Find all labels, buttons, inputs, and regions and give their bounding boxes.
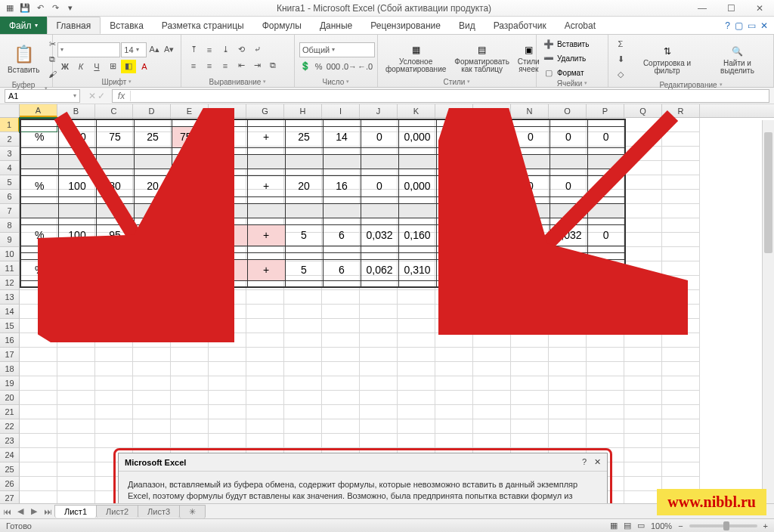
dialog-help-icon[interactable]: ?	[582, 457, 587, 467]
comma-icon[interactable]: 000	[326, 60, 341, 73]
font-family-combo[interactable]	[57, 42, 120, 57]
format-table-button[interactable]: ▤Форматировать как таблицу	[451, 40, 512, 76]
window-title: Книга1 - Microsoft Excel (Сбой активации…	[80, 3, 688, 14]
align-center-icon[interactable]: ≡	[202, 59, 217, 73]
tab-acrobat[interactable]: Acrobat	[556, 17, 605, 34]
align-bottom-icon[interactable]: ⤓	[218, 43, 233, 57]
wrap-text-icon[interactable]: ⤶	[249, 43, 265, 57]
vertical-scrollbar[interactable]	[762, 120, 774, 503]
tab-review[interactable]: Рецензирование	[361, 17, 450, 34]
bold-icon[interactable]: Ж	[57, 60, 73, 73]
dec-decimal-icon[interactable]: ←.0	[358, 60, 373, 73]
align-top-icon[interactable]: ⤒	[186, 43, 201, 57]
zoom-out-icon[interactable]: −	[678, 521, 683, 530]
tab-file[interactable]: Файл	[0, 17, 47, 34]
cond-format-icon: ▦	[405, 42, 426, 58]
grow-font-icon[interactable]: A▴	[147, 43, 162, 57]
restore-icon[interactable]: ▭	[748, 20, 756, 31]
close-button[interactable]: ✕	[745, 0, 774, 17]
number-format-combo[interactable]: Общий	[299, 42, 375, 57]
tab-page-layout[interactable]: Разметка страницы	[153, 17, 253, 34]
group-number-label: Число	[299, 78, 373, 86]
indent-dec-icon[interactable]: ⇤	[234, 59, 249, 73]
zoom-level[interactable]: 100%	[651, 521, 672, 530]
view-layout-icon[interactable]: ▤	[624, 521, 631, 530]
formula-bar[interactable]: fx	[112, 89, 769, 103]
delete-cells-icon[interactable]: ➖	[541, 51, 556, 65]
view-normal-icon[interactable]: ▦	[610, 521, 618, 530]
tab-view[interactable]: Вид	[450, 17, 485, 34]
view-break-icon[interactable]: ▭	[637, 521, 645, 530]
qa-more-icon[interactable]: ▾	[63, 2, 77, 15]
row-headers[interactable]: 1234567891011121314151617181920212223242…	[0, 118, 20, 532]
format-cells-icon[interactable]: ▢	[541, 66, 556, 79]
help-icon[interactable]: ?	[725, 20, 730, 31]
align-middle-icon[interactable]: ≡	[202, 43, 217, 57]
dialog-close-icon[interactable]: ✕	[594, 457, 601, 467]
cond-format-button[interactable]: ▦Условное форматирование	[382, 40, 449, 76]
clipboard-icon: 📋	[14, 45, 34, 64]
close-doc-icon[interactable]: ✕	[760, 20, 768, 31]
tab-developer[interactable]: Разработчик	[485, 17, 556, 34]
ribbon-tabs: Файл Главная Вставка Разметка страницы Ф…	[0, 17, 774, 35]
dialog-title: Microsoft Excel	[125, 458, 186, 467]
fill-icon[interactable]: ⬇	[613, 52, 628, 66]
orientation-icon[interactable]: ⟲	[234, 43, 249, 57]
find-select-button[interactable]: 🔍Найти и выделить	[706, 42, 769, 77]
clear-icon[interactable]: ◇	[613, 67, 628, 81]
sort-icon: ⇅	[657, 43, 678, 60]
font-color-icon[interactable]: A	[137, 60, 152, 73]
min-ribbon-icon[interactable]: ▢	[735, 20, 743, 31]
tab-insert[interactable]: Вставка	[101, 17, 153, 34]
zoom-in-icon[interactable]: +	[763, 521, 768, 530]
tab-nav-first[interactable]: ⏮	[0, 507, 14, 516]
tab-nav-last[interactable]: ⏭	[41, 507, 54, 516]
percent-icon[interactable]: %	[313, 60, 326, 73]
redo-icon[interactable]: ↷	[48, 2, 62, 15]
tab-data[interactable]: Данные	[311, 17, 361, 34]
insert-cells-icon[interactable]: ➕	[541, 37, 556, 51]
column-headers[interactable]: ABCDEFGHIJKLMNOPQR	[0, 104, 774, 118]
italic-icon[interactable]: К	[73, 60, 88, 73]
currency-icon[interactable]: 💲	[299, 60, 312, 73]
save-icon[interactable]: 💾	[18, 2, 32, 15]
group-cells-label: Ячейки	[541, 79, 603, 88]
new-sheet-icon[interactable]: ✳	[179, 505, 206, 518]
formula-bar-row: A1 ✕ ✓ fx	[0, 88, 774, 104]
data-table: %100752575%++251400,00021000,000000%1008…	[20, 119, 626, 288]
sheet-tab-1[interactable]: Лист1	[54, 505, 97, 518]
worksheet[interactable]: ABCDEFGHIJKLMNOPQR 123456789101112131415…	[0, 104, 774, 532]
cancel-formula-icon: ✕	[88, 91, 96, 101]
tab-nav-prev[interactable]: ◀	[14, 506, 27, 516]
autosum-icon[interactable]: Σ	[613, 37, 628, 51]
sort-filter-button[interactable]: ⇅Сортировка и фильтр	[630, 42, 704, 77]
status-bar: Готово ▦ ▤ ▭ 100% − +	[0, 518, 774, 532]
underline-icon[interactable]: Ч	[89, 60, 104, 73]
merge-icon[interactable]: ⧉	[265, 59, 280, 73]
sheet-tab-2[interactable]: Лист2	[96, 505, 138, 518]
align-left-icon[interactable]: ≡	[186, 59, 201, 73]
undo-icon[interactable]: ↶	[33, 2, 47, 15]
tab-nav-next[interactable]: ▶	[27, 506, 41, 516]
tab-home[interactable]: Главная	[47, 17, 101, 34]
border-icon[interactable]: ⊞	[105, 60, 120, 73]
group-alignment-label: Выравнивание	[186, 78, 289, 86]
name-box[interactable]: A1	[5, 89, 80, 103]
align-right-icon[interactable]: ≡	[218, 59, 233, 73]
watermark: www.nibbl.ru	[657, 489, 766, 515]
maximize-button[interactable]: ☐	[717, 0, 745, 17]
status-text: Готово	[6, 521, 32, 530]
font-size-combo[interactable]: 14	[121, 42, 147, 57]
inc-decimal-icon[interactable]: .0→	[342, 60, 357, 73]
tab-formulas[interactable]: Формулы	[253, 17, 311, 34]
table-icon: ▤	[472, 42, 493, 58]
fill-color-icon[interactable]: ◧	[121, 60, 136, 73]
indent-inc-icon[interactable]: ⇥	[249, 59, 265, 73]
sheet-tab-3[interactable]: Лист3	[138, 505, 180, 518]
group-styles-label: Стили	[382, 78, 531, 86]
zoom-slider[interactable]	[689, 524, 757, 527]
fx-icon[interactable]: fx	[113, 91, 131, 101]
minimize-button[interactable]: —	[688, 0, 717, 17]
paste-button[interactable]: 📋 Вставить	[5, 43, 42, 76]
shrink-font-icon[interactable]: A▾	[162, 43, 176, 57]
